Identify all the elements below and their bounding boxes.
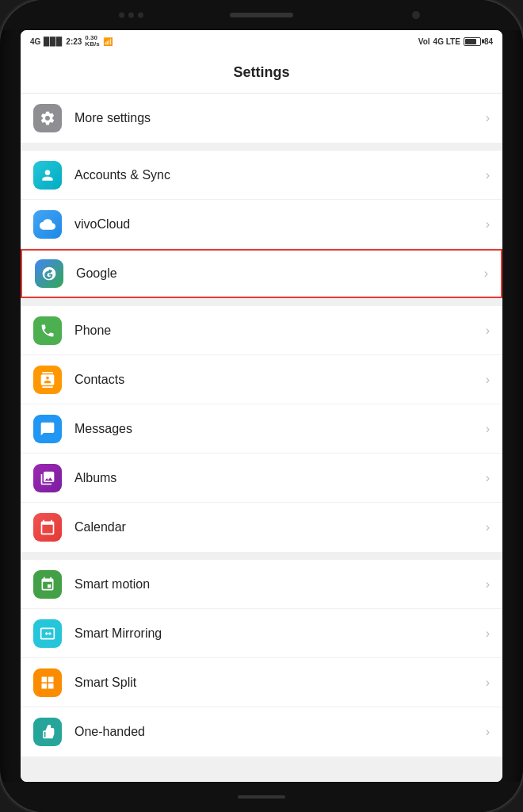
chevron-icon: › bbox=[486, 626, 490, 641]
settings-item-phone[interactable]: Phone › bbox=[21, 306, 502, 355]
smart-mirroring-icon bbox=[33, 619, 62, 648]
more-settings-label: More settings bbox=[74, 111, 479, 125]
chevron-icon: › bbox=[484, 266, 488, 281]
speaker bbox=[230, 13, 293, 17]
calendar-icon bbox=[33, 513, 62, 542]
settings-item-calendar[interactable]: Calendar › bbox=[21, 503, 502, 552]
accounts-sync-label: Accounts & Sync bbox=[74, 168, 479, 182]
vivocloud-label: vivoCloud bbox=[74, 217, 479, 232]
chevron-icon: › bbox=[486, 577, 490, 592]
contacts-label: Contacts bbox=[74, 373, 479, 387]
phone-icon bbox=[33, 316, 62, 345]
vol-indicator: Vol bbox=[418, 37, 430, 46]
settings-group-accounts: Accounts & Sync › vivoCloud › Google › bbox=[21, 151, 502, 298]
chevron-icon: › bbox=[486, 520, 490, 534]
more-settings-icon bbox=[33, 104, 62, 132]
phone-top-bar bbox=[0, 0, 523, 30]
settings-group-misc: More settings › bbox=[21, 94, 502, 143]
smart-split-icon bbox=[33, 668, 62, 697]
albums-icon bbox=[33, 464, 62, 492]
google-icon bbox=[35, 259, 63, 288]
settings-item-accounts-sync[interactable]: Accounts & Sync › bbox=[21, 151, 502, 200]
albums-label: Albums bbox=[74, 471, 479, 485]
wifi-icon: 📶 bbox=[103, 37, 113, 46]
sensor-dot bbox=[138, 13, 143, 18]
chevron-icon: › bbox=[486, 324, 490, 338]
calendar-label: Calendar bbox=[74, 520, 479, 534]
phone-device: 4G ▉▉▉ 2:23 0.30KB/s 📶 Vol 4G LTE 84 Set… bbox=[0, 0, 523, 812]
chevron-icon: › bbox=[486, 725, 490, 739]
messages-icon bbox=[33, 415, 62, 443]
settings-item-messages[interactable]: Messages › bbox=[21, 404, 502, 454]
settings-item-google[interactable]: Google › bbox=[21, 249, 502, 298]
signal-indicator: 4G bbox=[30, 37, 40, 46]
accounts-sync-icon bbox=[33, 161, 62, 190]
screen: 4G ▉▉▉ 2:23 0.30KB/s 📶 Vol 4G LTE 84 Set… bbox=[21, 30, 502, 782]
one-handed-icon bbox=[33, 718, 62, 746]
chevron-icon: › bbox=[486, 168, 490, 182]
time: 2:23 bbox=[66, 37, 82, 46]
contacts-icon bbox=[33, 366, 62, 394]
chevron-icon: › bbox=[486, 471, 490, 485]
smart-mirroring-label: Smart Mirroring bbox=[74, 626, 479, 641]
battery-icon bbox=[464, 37, 481, 46]
smart-motion-icon bbox=[33, 570, 62, 599]
chevron-icon: › bbox=[486, 676, 490, 690]
settings-item-smart-mirroring[interactable]: Smart Mirroring › bbox=[21, 609, 502, 658]
status-right: Vol 4G LTE 84 bbox=[418, 37, 493, 46]
page-header: Settings bbox=[21, 52, 502, 94]
status-left: 4G ▉▉▉ 2:23 0.30KB/s 📶 bbox=[30, 35, 113, 48]
page-title: Settings bbox=[233, 64, 289, 81]
data-speed: 0.30KB/s bbox=[85, 35, 99, 48]
settings-list: More settings › Accounts & Sync › bbox=[21, 94, 502, 782]
messages-label: Messages bbox=[74, 422, 479, 436]
google-label: Google bbox=[76, 266, 478, 281]
battery-percent: 84 bbox=[484, 37, 493, 46]
settings-item-smart-split[interactable]: Smart Split › bbox=[21, 658, 502, 707]
settings-item-albums[interactable]: Albums › bbox=[21, 454, 502, 503]
settings-group-smart: Smart motion › Smart Mirroring › Smart S… bbox=[21, 560, 502, 756]
status-bar: 4G ▉▉▉ 2:23 0.30KB/s 📶 Vol 4G LTE 84 bbox=[21, 30, 502, 52]
signal-bars: ▉▉▉ bbox=[44, 37, 63, 46]
settings-item-vivocloud[interactable]: vivoCloud › bbox=[21, 200, 502, 249]
phone-bottom-bar bbox=[0, 782, 523, 812]
sensor-dot bbox=[119, 13, 124, 18]
sensor-dot bbox=[128, 13, 134, 18]
phone-label: Phone bbox=[74, 324, 479, 338]
chevron-icon: › bbox=[486, 422, 490, 436]
settings-item-contacts[interactable]: Contacts › bbox=[21, 355, 502, 404]
chevron-icon: › bbox=[486, 111, 490, 125]
settings-item-more-settings[interactable]: More settings › bbox=[21, 94, 502, 143]
front-sensors bbox=[119, 13, 143, 18]
chevron-icon: › bbox=[486, 373, 490, 387]
settings-group-apps: Phone › Contacts › Messages › bbox=[21, 306, 502, 552]
vivocloud-icon bbox=[33, 210, 62, 239]
one-handed-label: One-handed bbox=[74, 725, 479, 739]
settings-item-one-handed[interactable]: One-handed › bbox=[21, 707, 502, 756]
chevron-icon: › bbox=[486, 217, 490, 232]
smart-motion-label: Smart motion bbox=[74, 577, 479, 592]
lte-indicator: 4G LTE bbox=[433, 37, 460, 46]
battery-fill bbox=[465, 39, 476, 44]
settings-item-smart-motion[interactable]: Smart motion › bbox=[21, 560, 502, 609]
front-camera bbox=[412, 11, 420, 19]
home-indicator bbox=[238, 795, 285, 799]
smart-split-label: Smart Split bbox=[74, 676, 479, 690]
